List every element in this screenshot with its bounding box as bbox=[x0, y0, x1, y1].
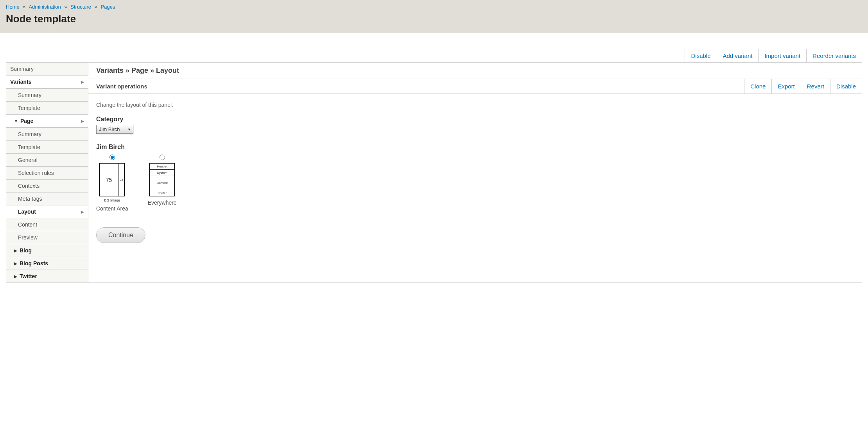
top-header: Home » Administration » Structure » Page… bbox=[0, 0, 868, 33]
sidebar-item-page-general[interactable]: General bbox=[6, 154, 88, 167]
breadcrumb-sep: » bbox=[23, 4, 25, 10]
layouts-row: 75 25 BG Image Content Area Header Syste… bbox=[96, 155, 854, 212]
sidebar-item-label: General bbox=[18, 157, 38, 163]
tab-disable[interactable]: Disable bbox=[685, 49, 717, 62]
sidebar-item-label: Variants bbox=[10, 79, 31, 85]
sidebar-item-page-selection-rules[interactable]: Selection rules bbox=[6, 167, 88, 180]
sidebar-item-variants-summary[interactable]: Summary bbox=[6, 89, 88, 102]
main-content: Variants » Page » Layout Variant operati… bbox=[88, 63, 862, 282]
thumb-col-75: 75 bbox=[100, 164, 118, 196]
continue-button[interactable]: Continue bbox=[96, 227, 145, 243]
sidebar-item-label: Summary bbox=[18, 131, 41, 137]
layouts-title: Jim Birch bbox=[96, 144, 854, 151]
breadcrumb-structure[interactable]: Structure bbox=[70, 4, 91, 10]
layout-thumb-content-area: 75 25 bbox=[99, 163, 125, 196]
sidebar-item-label: Summary bbox=[10, 66, 34, 72]
content-header: Variants » Page » Layout bbox=[88, 63, 862, 79]
layout-radio-content-area[interactable] bbox=[109, 155, 115, 160]
layout-caption-everywhere: Everywhere bbox=[148, 200, 177, 206]
sidebar-item-label: Blog Posts bbox=[20, 260, 48, 266]
sidebar-item-label: Meta tags bbox=[18, 196, 42, 202]
sidebar-item-page-template[interactable]: Template bbox=[6, 141, 88, 154]
tab-reorder-variants[interactable]: Reorder variants bbox=[807, 49, 862, 62]
chevron-right-icon: ▶ bbox=[14, 248, 17, 253]
sidebar-item-label: Template bbox=[18, 144, 40, 150]
sidebar-item-label: Content bbox=[18, 221, 37, 228]
layout-radio-everywhere[interactable] bbox=[160, 155, 165, 160]
breadcrumb-administration[interactable]: Administration bbox=[29, 4, 61, 10]
variant-operations-bar: Variant operations Clone Export Revert D… bbox=[88, 79, 862, 94]
sidebar-item-label: Template bbox=[18, 105, 40, 111]
tab-import-variant[interactable]: Import variant bbox=[759, 49, 807, 62]
sidebar-item-variants-template[interactable]: Template bbox=[6, 102, 88, 115]
sidebar-item-page[interactable]: ▼ Page ▶ bbox=[6, 115, 88, 128]
op-disable[interactable]: Disable bbox=[830, 79, 862, 94]
thumb-row-footer: Footer bbox=[150, 190, 174, 196]
chevron-right-icon: ▶ bbox=[14, 261, 17, 266]
sidebar-item-summary[interactable]: Summary bbox=[6, 63, 88, 76]
main-panel: Summary Variants ▶ Summary Template ▼ Pa… bbox=[6, 62, 862, 283]
variant-operations-title: Variant operations bbox=[88, 79, 744, 94]
layout-option-content-area: 75 25 BG Image Content Area bbox=[96, 155, 128, 212]
sidebar-item-label: Summary bbox=[18, 92, 41, 98]
top-action-tabs: Disable Add variant Import variant Reord… bbox=[6, 49, 862, 62]
sidebar-item-label: Twitter bbox=[20, 273, 37, 279]
thumb-col-25: 25 bbox=[118, 164, 125, 196]
tab-add-variant[interactable]: Add variant bbox=[717, 49, 759, 62]
chevron-right-icon: ▶ bbox=[81, 119, 84, 123]
sidebar-item-label: Page bbox=[20, 118, 33, 124]
breadcrumb-home[interactable]: Home bbox=[6, 4, 20, 10]
op-export[interactable]: Export bbox=[771, 79, 800, 94]
sidebar-item-blog-posts[interactable]: ▶ Blog Posts bbox=[6, 257, 88, 270]
category-label: Category bbox=[96, 116, 854, 123]
chevron-down-icon: ▼ bbox=[14, 119, 18, 123]
sidebar-item-page-preview[interactable]: Preview bbox=[6, 231, 88, 244]
sidebar-item-page-meta-tags[interactable]: Meta tags bbox=[6, 193, 88, 205]
sidebar-item-label: Selection rules bbox=[18, 170, 54, 176]
sidebar: Summary Variants ▶ Summary Template ▼ Pa… bbox=[6, 63, 88, 282]
page-title: Node template bbox=[6, 13, 862, 25]
sidebar-item-variants[interactable]: Variants ▶ bbox=[6, 76, 88, 88]
sidebar-item-twitter[interactable]: ▶ Twitter bbox=[6, 270, 88, 282]
layout-description: Change the layout of this panel. bbox=[96, 102, 854, 108]
category-select[interactable]: Jim Birch bbox=[96, 125, 133, 134]
category-select-value: Jim Birch bbox=[99, 126, 120, 132]
chevron-right-icon: ▶ bbox=[14, 274, 17, 279]
sidebar-item-label: Preview bbox=[18, 234, 38, 241]
layout-option-everywhere: Header System Content Footer Everywhere bbox=[148, 155, 177, 212]
panel-body: Change the layout of this panel. Categor… bbox=[88, 94, 862, 251]
op-clone[interactable]: Clone bbox=[744, 79, 771, 94]
breadcrumb-sep: » bbox=[64, 4, 67, 10]
breadcrumb-sep: » bbox=[95, 4, 97, 10]
content-wrapper: Disable Add variant Import variant Reord… bbox=[0, 33, 868, 283]
breadcrumb-pages[interactable]: Pages bbox=[101, 4, 115, 10]
op-revert[interactable]: Revert bbox=[801, 79, 830, 94]
thumb-sublabel: BG Image bbox=[96, 198, 128, 202]
sidebar-item-label: Blog bbox=[20, 247, 32, 254]
layout-thumb-everywhere: Header System Content Footer bbox=[149, 163, 175, 196]
breadcrumb: Home » Administration » Structure » Page… bbox=[6, 4, 862, 10]
sidebar-item-label: Contexts bbox=[18, 183, 39, 189]
sidebar-item-blog[interactable]: ▶ Blog bbox=[6, 244, 88, 257]
layout-caption-content-area: Content Area bbox=[96, 205, 128, 212]
sidebar-item-page-content[interactable]: Content bbox=[6, 218, 88, 231]
sidebar-item-page-layout[interactable]: Layout ▶ bbox=[6, 205, 88, 218]
variant-operations-actions: Clone Export Revert Disable bbox=[744, 79, 862, 94]
sidebar-item-label: Layout bbox=[18, 209, 36, 215]
thumb-row-system: System bbox=[150, 170, 174, 176]
thumb-row-header: Header bbox=[150, 164, 174, 170]
thumb-row-content: Content bbox=[150, 176, 174, 190]
chevron-right-icon: ▶ bbox=[81, 80, 84, 84]
chevron-right-icon: ▶ bbox=[81, 210, 84, 214]
sidebar-item-page-contexts[interactable]: Contexts bbox=[6, 180, 88, 193]
sidebar-item-page-summary[interactable]: Summary bbox=[6, 128, 88, 141]
